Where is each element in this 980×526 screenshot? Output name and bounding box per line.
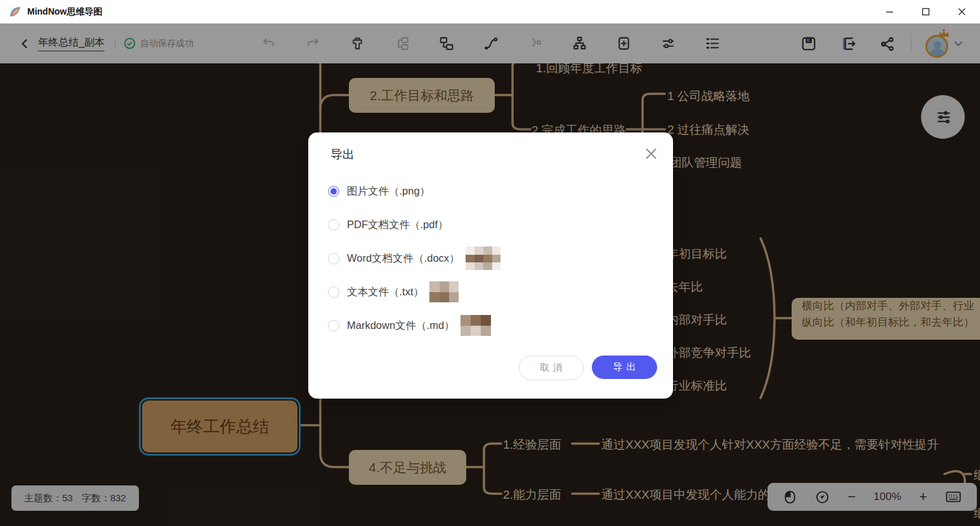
option-pdf[interactable]: PDF文档文件（.pdf） <box>328 208 653 241</box>
minimize-button[interactable] <box>872 0 908 23</box>
option-docx[interactable]: Word文档文件（.docx） <box>328 241 653 275</box>
option-png[interactable]: 图片文件（.png） <box>328 174 653 208</box>
app-title: MindNow思维导图 <box>27 6 102 18</box>
app-logo-icon <box>9 6 22 18</box>
confirm-export-button[interactable]: 导出 <box>592 356 657 379</box>
cancel-button[interactable]: 取消 <box>519 356 584 380</box>
radio-md[interactable] <box>328 320 339 331</box>
mindnow-app-window: 1.回顾年度工作目标 2 完成工作的思路 1 公司战略落地 2 过往痛点解决 3… <box>0 0 980 526</box>
window-controls <box>872 0 980 23</box>
blurred-vip-badge <box>461 315 491 336</box>
radio-txt[interactable] <box>328 286 339 298</box>
radio-pdf[interactable] <box>328 219 339 231</box>
option-txt[interactable]: 文本文件（.txt） <box>328 275 653 309</box>
radio-docx[interactable] <box>328 253 339 264</box>
option-md-label: Markdown文件（.md） <box>347 319 455 333</box>
dialog-title: 导出 <box>330 146 355 163</box>
close-icon <box>645 148 657 160</box>
option-docx-label: Word文档文件（.docx） <box>347 252 460 266</box>
maximize-button[interactable] <box>908 0 944 23</box>
option-png-label: 图片文件（.png） <box>347 184 430 198</box>
option-md[interactable]: Markdown文件（.md） <box>328 309 653 342</box>
option-txt-label: 文本文件（.txt） <box>347 285 424 299</box>
window-titlebar: MindNow思维导图 <box>0 0 980 23</box>
blurred-vip-badge <box>429 281 459 302</box>
export-format-options: 图片文件（.png） PDF文档文件（.pdf） Word文档文件（.docx）… <box>328 174 653 342</box>
export-dialog: 导出 图片文件（.png） PDF文档文件（.pdf） Word文档文件（.do… <box>308 132 673 399</box>
close-dialog-button[interactable] <box>643 145 659 162</box>
close-window-button[interactable] <box>944 0 980 23</box>
radio-png[interactable] <box>328 186 339 197</box>
option-pdf-label: PDF文档文件（.pdf） <box>347 218 448 232</box>
blurred-vip-badge <box>466 247 500 270</box>
